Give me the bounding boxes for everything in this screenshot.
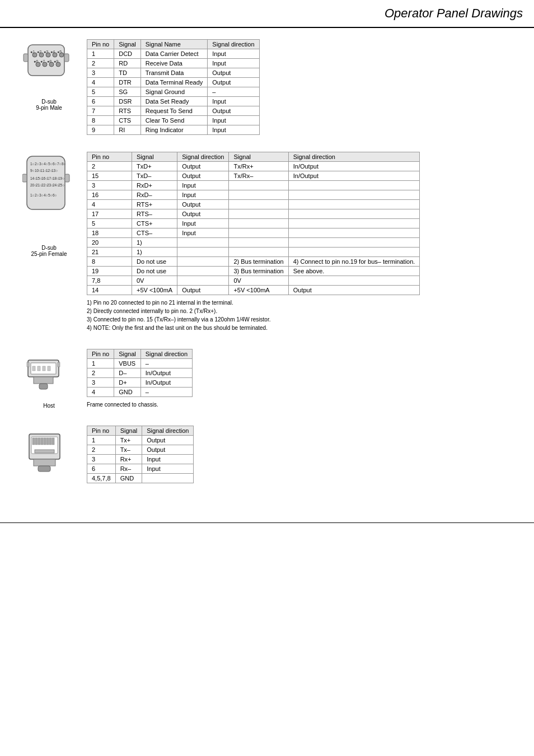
dsub9-table: Pin no Signal Signal Name Signal directi…	[87, 39, 260, 135]
table-row: 2D–In/Output	[87, 368, 193, 378]
svg-rect-47	[22, 174, 27, 182]
svg-text:1○: 1○	[30, 162, 35, 166]
svg-text:●4: ●4	[50, 50, 55, 54]
dsub25-notes: 1) Pin no 20 connected to pin no 21 inte…	[87, 298, 420, 332]
table-cell	[177, 267, 229, 276]
section-dsub25: 1○ 2○ 3○ 4○ 5○ 6○ 7○ 8○ 9○ 10○ 11○ 12○ 1…	[22, 152, 512, 332]
table-cell: 4,5,7,8	[87, 474, 116, 483]
svg-rect-58	[38, 366, 40, 371]
table-cell: Tx+	[115, 436, 142, 445]
svg-text:19○: 19○	[58, 176, 64, 180]
table-cell: SG	[114, 87, 141, 97]
svg-rect-73	[49, 438, 51, 445]
table-cell: 3	[87, 181, 132, 190]
svg-rect-11	[64, 54, 69, 62]
table-cell	[288, 190, 420, 200]
svg-text:3○: 3○	[39, 193, 44, 197]
table-cell: TD	[114, 68, 141, 78]
table-row: 6Rx–Input	[87, 464, 194, 474]
col-signal-dir: Signal direction	[140, 349, 192, 359]
table-cell: GND	[114, 388, 141, 397]
svg-text:1○: 1○	[30, 193, 35, 197]
dsub9-table-container: Pin no Signal Signal Name Signal directi…	[87, 39, 260, 135]
col-pin-no: Pin no	[87, 152, 132, 162]
table-cell	[229, 190, 288, 200]
table-cell: Tx/Rx–	[229, 171, 288, 181]
usb-table-container: Pin no Signal Signal direction 1VBUS–2D–…	[87, 349, 193, 409]
svg-text:●6: ●6	[34, 59, 38, 63]
table-cell: RD	[114, 59, 141, 68]
table-cell: 2	[87, 162, 132, 171]
table-cell: See above.	[288, 267, 420, 276]
svg-rect-60	[48, 366, 50, 371]
table-cell: –	[208, 87, 259, 97]
table-cell	[229, 181, 288, 190]
svg-rect-72	[46, 438, 49, 445]
dsub25-table: Pin no Signal Signal direction Signal Si…	[87, 152, 420, 295]
table-cell: 3	[87, 68, 114, 78]
table-cell: 21	[87, 248, 132, 257]
rj-table: Pin no Signal Signal direction 1Tx+Outpu…	[87, 426, 194, 483]
col-signal2: Signal	[229, 152, 288, 162]
table-cell	[177, 238, 229, 248]
svg-rect-67	[32, 438, 35, 445]
svg-rect-64	[39, 384, 48, 389]
table-cell: D+	[114, 378, 141, 388]
table-cell	[229, 219, 288, 228]
table-cell	[288, 228, 420, 238]
table-cell: 2) Bus termination	[229, 257, 288, 267]
svg-rect-59	[43, 366, 45, 371]
table-row: 9RIRing IndicatorInput	[87, 125, 260, 135]
usb-connector-image: Host	[22, 349, 76, 409]
table-cell: 8	[87, 257, 132, 267]
table-cell: Input	[208, 125, 259, 135]
table-cell: In/Output	[140, 368, 192, 378]
table-cell: 6	[87, 464, 116, 474]
table-cell: RTS+	[132, 200, 177, 209]
table-row: 1DCDData Carrier DetectInput	[87, 49, 260, 59]
table-cell: 8	[87, 116, 114, 125]
table-cell: 3) Bus termination	[229, 267, 288, 276]
table-cell: CTS+	[132, 219, 177, 228]
svg-text:6○: 6○	[53, 162, 57, 166]
col-signal-name: Signal Name	[140, 40, 208, 49]
table-cell	[288, 219, 420, 228]
content: ●1 ●2 ●3 ●4 ●5 ●6 ●7 ●8 ●9 D-sub9-pin Ma…	[0, 28, 534, 511]
rj-svg	[22, 426, 76, 482]
table-row: 18CTS–Input	[87, 228, 420, 238]
svg-text:2○: 2○	[35, 193, 39, 197]
table-cell	[229, 200, 288, 209]
table-cell: Input	[208, 59, 259, 68]
table-cell	[177, 248, 229, 257]
table-cell: Do not use	[132, 257, 177, 267]
svg-rect-70	[41, 438, 43, 445]
table-cell: Output	[142, 445, 194, 455]
svg-rect-76	[34, 459, 55, 466]
table-cell: Data Terminal Ready	[140, 78, 208, 87]
table-cell	[288, 238, 420, 248]
svg-text:●3: ●3	[44, 50, 48, 54]
svg-text:●9: ●9	[54, 59, 58, 63]
svg-rect-61	[27, 362, 29, 367]
svg-rect-74	[52, 438, 54, 445]
table-cell: Do not use	[132, 267, 177, 276]
table-cell: RxD+	[132, 181, 177, 190]
svg-rect-68	[35, 438, 38, 445]
table-cell	[288, 200, 420, 209]
table-row: 15TxD–OutputTx/Rx–In/Output	[87, 171, 420, 181]
table-cell: TxD+	[132, 162, 177, 171]
table-cell: 7,8	[87, 276, 132, 286]
col-pin-no: Pin no	[87, 349, 114, 359]
table-cell: –	[140, 388, 192, 397]
table-row: 1VBUS–	[87, 359, 193, 368]
svg-text:7○: 7○	[57, 162, 62, 166]
svg-text:6○: 6○	[53, 193, 57, 197]
table-cell: Transmit Data	[140, 68, 208, 78]
col-signal-dir: Signal direction	[142, 426, 194, 436]
col-signal-direction: Signal direction	[208, 40, 259, 49]
table-row: 1Tx+Output	[87, 436, 194, 445]
table-cell: In/Output	[288, 162, 420, 171]
table-cell: 1	[87, 436, 116, 445]
dsub25-svg: 1○ 2○ 3○ 4○ 5○ 6○ 7○ 8○ 9○ 10○ 11○ 12○ 1…	[22, 152, 76, 241]
svg-text:4○: 4○	[44, 193, 48, 197]
